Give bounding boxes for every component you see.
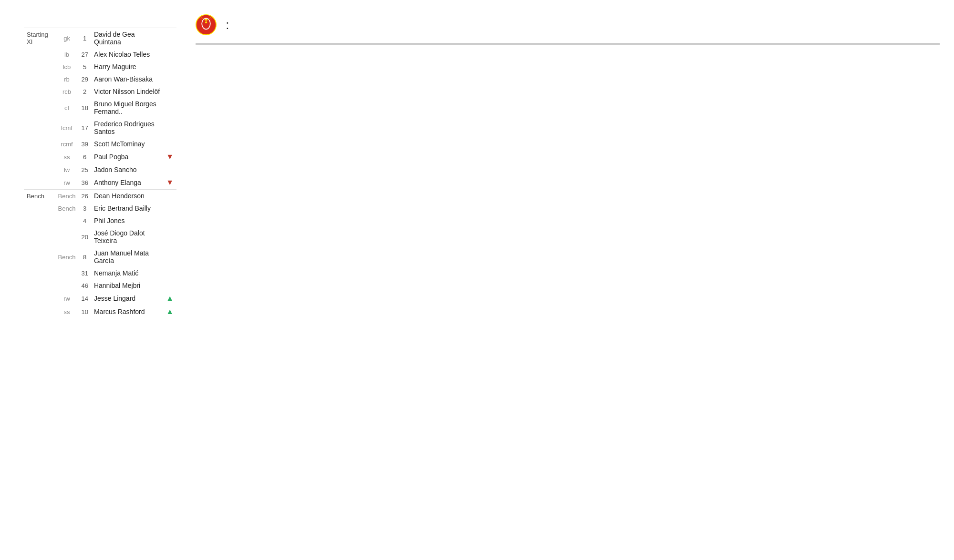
starting-xi-label: Starting XI <box>24 28 55 49</box>
player-name: Frederico Rodrigues Santos <box>91 118 163 138</box>
player-position: rcmf <box>55 138 79 150</box>
bench-player-name: Nemanja Matić <box>91 267 163 279</box>
bench-player-name: José Diogo Dalot Teixeira <box>91 227 163 247</box>
bench-player-position: Bench <box>55 202 79 214</box>
player-position: lw <box>55 163 79 176</box>
player-node-rw: 36Anthony Elanga <box>642 43 686 45</box>
player-position: gk <box>55 28 79 49</box>
player-name: Alex Nicolao Telles <box>91 48 163 61</box>
player-number: 27 <box>78 48 91 61</box>
player-number: 6 <box>78 150 91 163</box>
player-position: rcb <box>55 85 79 98</box>
pitch: 1David de27Alex Nicolao5Harry2Victor Nil… <box>196 43 940 45</box>
bench-player-number: 20 <box>78 227 91 247</box>
player-name: David de Gea Quintana <box>91 28 163 49</box>
player-number: 39 <box>78 138 91 150</box>
bench-player-position: rw <box>55 292 79 305</box>
player-name: Jadon Sancho <box>91 163 163 176</box>
lineup-table: Starting XIgk1David de Gea Quintanalb27A… <box>24 28 176 318</box>
player-circle: 36 <box>647 43 681 45</box>
player-position: cf <box>55 98 79 118</box>
player-position: lb <box>55 48 79 61</box>
sub-in-icon: ▲ <box>166 307 174 316</box>
right-panel: : 1David de27Alex Nicolao5Harry2Victor <box>186 0 954 59</box>
player-node-lcb: 5Harry <box>461 43 496 45</box>
bench-player-number: 4 <box>78 214 91 227</box>
player-name: Bruno Miguel Borges Fernand.. <box>91 98 163 118</box>
bench-player-number: 46 <box>78 279 91 292</box>
player-name: Anthony Elanga <box>91 176 163 190</box>
player-name: Harry Maguire <box>91 61 163 73</box>
bench-player-position: ss <box>55 305 79 318</box>
player-node-gk: 1David de <box>231 43 266 45</box>
bench-player-position <box>55 267 79 279</box>
bench-player-position <box>55 214 79 227</box>
player-name: Aaron Wan-Bissaka <box>91 73 163 85</box>
bench-player-name: Phil Jones <box>91 214 163 227</box>
player-circle: 2 <box>461 43 496 45</box>
player-node-rcmf: 39Scott McTominay <box>641 43 688 45</box>
player-node-cf1: 18Bruno Miguel <box>809 43 846 45</box>
bench-player-name: Marcus Rashford <box>91 305 163 318</box>
bench-player-position <box>55 279 79 292</box>
bench-player-number: 26 <box>78 190 91 203</box>
player-node-lb: 27Alex Nicolao <box>461 43 496 45</box>
player-position: rb <box>55 73 79 85</box>
bench-player-number: 14 <box>78 292 91 305</box>
bench-player-number: 31 <box>78 267 91 279</box>
player-circle: 29 <box>461 43 496 45</box>
bench-label: Bench <box>24 190 55 203</box>
bench-player-name: Hannibal Mejbri <box>91 279 163 292</box>
player-node-lw: 25Jadon Sancho <box>644 43 684 45</box>
bench-player-position: Bench <box>55 190 79 203</box>
player-name: Scott McTominay <box>91 138 163 150</box>
player-node-rb: 29Aaron Wan-Bissaka <box>451 43 506 45</box>
svg-rect-3 <box>205 19 207 21</box>
player-circle: 17 <box>647 43 681 45</box>
player-node-rcb: 2Victor Nilsson <box>460 43 498 45</box>
player-node-lcmf: 17Frederico Rodrigues <box>636 43 692 45</box>
player-circle: 39 <box>647 43 681 45</box>
pitch-lines-svg <box>197 44 939 45</box>
player-circle: 6 <box>810 43 845 45</box>
player-number: 18 <box>78 98 91 118</box>
formation-separator: : <box>222 18 236 32</box>
player-circle: 27 <box>461 43 496 45</box>
sub-in-icon: ▲ <box>166 294 174 302</box>
sub-out-icon: ▼ <box>166 178 174 186</box>
bench-player-number: 10 <box>78 305 91 318</box>
left-panel: Starting XIgk1David de Gea Quintanalb27A… <box>0 0 186 328</box>
player-position: lcmf <box>55 118 79 138</box>
bench-player-position <box>55 227 79 247</box>
sub-out-icon: ▼ <box>166 153 174 161</box>
player-circle: 5 <box>461 43 496 45</box>
player-circle: 25 <box>647 43 681 45</box>
player-number: 29 <box>78 73 91 85</box>
player-number: 36 <box>78 176 91 190</box>
bench-player-number: 3 <box>78 202 91 214</box>
player-number: 1 <box>78 28 91 49</box>
bench-player-position: Bench <box>55 247 79 267</box>
bench-player-name: Juan Manuel Mata García <box>91 247 163 267</box>
player-number: 5 <box>78 61 91 73</box>
player-position: ss <box>55 150 79 163</box>
player-name: Paul Pogba <box>91 150 163 163</box>
player-position: rw <box>55 176 79 190</box>
team-badge <box>196 14 217 35</box>
player-position: lcb <box>55 61 79 73</box>
bench-player-number: 8 <box>78 247 91 267</box>
player-circle: 18 <box>810 43 845 45</box>
player-number: 17 <box>78 118 91 138</box>
player-number: 25 <box>78 163 91 176</box>
formation-header: : <box>196 14 940 35</box>
player-name: Victor Nilsson Lindelöf <box>91 85 163 98</box>
bench-player-name: Jesse Lingard <box>91 292 163 305</box>
player-circle: 1 <box>231 43 266 45</box>
player-node-cf2: 6Paul Pogba <box>810 43 845 45</box>
bench-player-name: Dean Henderson <box>91 190 163 203</box>
player-number: 2 <box>78 85 91 98</box>
bench-player-name: Eric Bertrand Bailly <box>91 202 163 214</box>
